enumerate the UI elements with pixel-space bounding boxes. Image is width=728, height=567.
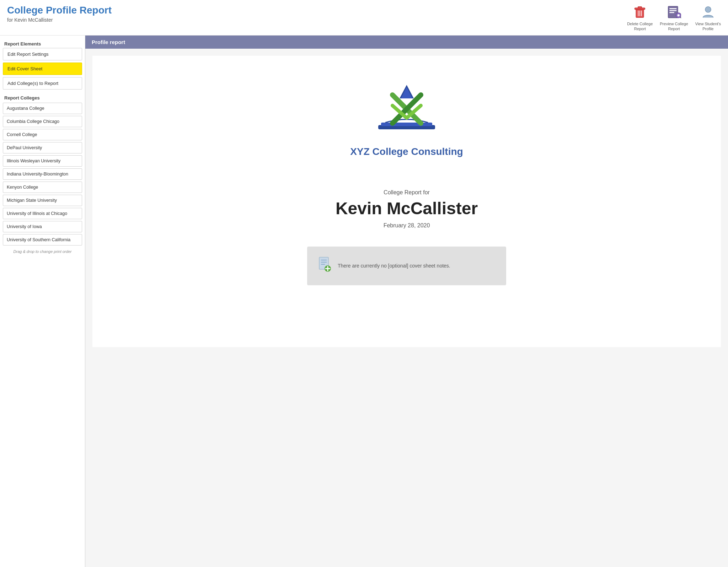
report-elements-title: Report Elements bbox=[3, 39, 82, 48]
title-block: College Profile Report for Kevin McCalli… bbox=[7, 4, 112, 23]
notes-box: There are currently no [optional] cover … bbox=[307, 247, 506, 285]
profile-report-body: XYZ College Consulting College Report fo… bbox=[85, 49, 728, 567]
svg-rect-15 bbox=[381, 123, 432, 126]
page-header: College Profile Report for Kevin McCalli… bbox=[0, 0, 728, 36]
content-area: Profile report bbox=[85, 36, 728, 567]
college-item-university-of-illinois-at-chicago[interactable]: University of Illinois at Chicago bbox=[3, 208, 82, 219]
college-item-michigan-state-university[interactable]: Michigan State University bbox=[3, 195, 82, 206]
report-card: XYZ College Consulting College Report fo… bbox=[92, 56, 721, 347]
delete-college-report-label: Delete CollegeReport bbox=[627, 21, 653, 32]
drag-hint: Drag & drop to change print order bbox=[3, 247, 82, 255]
report-for-label: College Report for bbox=[384, 189, 430, 196]
preview-icon bbox=[666, 4, 682, 20]
view-student-profile-label: View Student'sProfile bbox=[695, 21, 721, 32]
svg-rect-9 bbox=[669, 12, 674, 13]
main-layout: Report Elements Edit Report Settings Edi… bbox=[0, 36, 728, 567]
profile-report-header: Profile report bbox=[85, 36, 728, 49]
college-item-columbia-college-chicago[interactable]: Columbia College Chicago bbox=[3, 116, 82, 127]
page-title: College Profile Report bbox=[7, 4, 112, 16]
preview-college-report-button[interactable]: Preview CollegeReport bbox=[660, 4, 688, 32]
logo-area: XYZ College Consulting bbox=[350, 84, 463, 157]
svg-point-13 bbox=[705, 7, 711, 12]
notes-text: There are currently no [optional] cover … bbox=[338, 263, 450, 269]
notes-icon bbox=[317, 256, 332, 275]
college-list: Augustana CollegeColumbia College Chicag… bbox=[3, 103, 82, 245]
view-student-profile-button[interactable]: View Student'sProfile bbox=[695, 4, 721, 32]
edit-report-settings-button[interactable]: Edit Report Settings bbox=[3, 48, 82, 60]
college-item-university-of-southern-california[interactable]: University of Southern California bbox=[3, 234, 82, 245]
student-name: Kevin McCallister bbox=[336, 199, 478, 218]
college-item-indiana-university-bloomington[interactable]: Indiana University-Bloomington bbox=[3, 168, 82, 180]
header-actions: Delete CollegeReport Preview CollegeRepo… bbox=[627, 4, 721, 32]
page-subtitle: for Kevin McCallister bbox=[7, 17, 112, 23]
college-item-cornell-college[interactable]: Cornell College bbox=[3, 129, 82, 140]
preview-college-report-label: Preview CollegeReport bbox=[660, 21, 688, 32]
svg-rect-2 bbox=[638, 7, 642, 9]
company-logo bbox=[368, 84, 446, 142]
add-colleges-button[interactable]: Add College(s) to Report bbox=[3, 77, 82, 90]
svg-rect-7 bbox=[669, 8, 676, 9]
college-item-illinois-wesleyan-university[interactable]: Illinois Wesleyan University bbox=[3, 155, 82, 167]
svg-rect-8 bbox=[669, 10, 676, 11]
trash-icon bbox=[632, 4, 648, 20]
college-item-depaul-university[interactable]: DePaul University bbox=[3, 142, 82, 153]
report-colleges-title: Report Colleges bbox=[3, 92, 82, 103]
sidebar: Report Elements Edit Report Settings Edi… bbox=[0, 36, 85, 567]
college-item-university-of-iowa[interactable]: University of Iowa bbox=[3, 221, 82, 232]
college-item-augustana-college[interactable]: Augustana College bbox=[3, 103, 82, 114]
edit-cover-sheet-button[interactable]: Edit Cover Sheet bbox=[3, 63, 82, 75]
college-item-kenyon-college[interactable]: Kenyon College bbox=[3, 182, 82, 193]
company-name: XYZ College Consulting bbox=[350, 146, 463, 157]
delete-college-report-button[interactable]: Delete CollegeReport bbox=[627, 4, 653, 32]
report-date: February 28, 2020 bbox=[384, 222, 430, 229]
profile-icon bbox=[700, 4, 716, 20]
svg-point-11 bbox=[678, 14, 680, 16]
svg-line-12 bbox=[680, 17, 681, 18]
